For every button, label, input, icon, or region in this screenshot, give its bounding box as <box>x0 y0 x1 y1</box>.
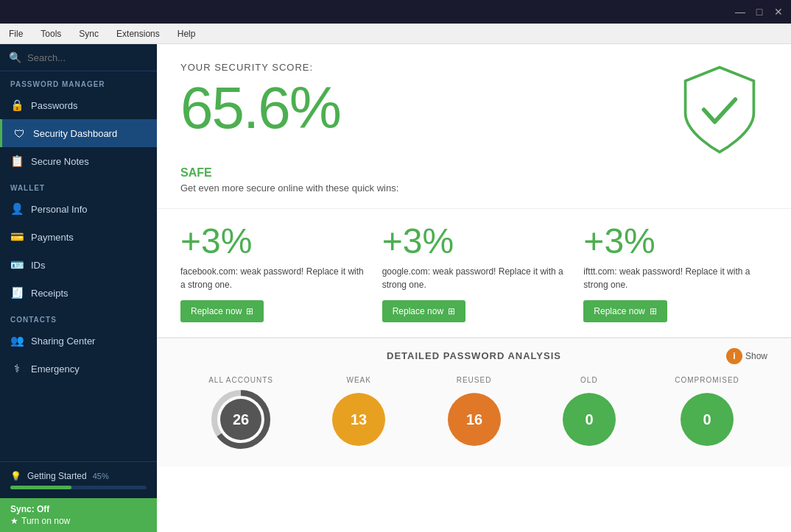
section-label-password-manager: PASSWORD MANAGER <box>0 71 157 91</box>
shield-graphic <box>672 62 767 157</box>
search-input[interactable] <box>27 52 148 63</box>
sidebar-item-passwords[interactable]: 🔒 Passwords <box>0 91 157 119</box>
person-icon: 👤 <box>10 202 24 216</box>
analysis-title: DETAILED PASSWORD ANALYSIS <box>387 350 561 361</box>
analysis-section: DETAILED PASSWORD ANALYSIS i Show ALL AC… <box>157 338 791 467</box>
quick-win-card-1: +3% google.com: weak password! Replace i… <box>382 224 566 322</box>
replace-icon-0: ⊞ <box>246 306 253 316</box>
sidebar-item-secure-notes-label: Secure Notes <box>31 156 89 167</box>
svg-text:0: 0 <box>585 411 593 428</box>
circle-weak-graphic: 13 <box>329 390 388 449</box>
sidebar-item-personal-info-label: Personal Info <box>31 204 88 215</box>
circle-reused-graphic: 16 <box>445 390 504 449</box>
sidebar-item-ids[interactable]: 🪪 IDs <box>0 251 157 279</box>
circle-old: OLD 0 <box>560 376 619 449</box>
svg-text:16: 16 <box>465 411 482 428</box>
note-icon: 📋 <box>10 155 24 168</box>
sidebar-item-passwords-label: Passwords <box>31 100 78 111</box>
group-icon: 👥 <box>10 334 24 347</box>
sidebar-bottom: 💡 Getting Started 45% <box>0 461 157 498</box>
circle-all-accounts: ALL ACCOUNTS 26 <box>208 376 273 449</box>
window-controls: — □ ✕ <box>734 5 785 18</box>
sidebar-item-receipts-label: Receipts <box>31 288 68 299</box>
score-value: 65.6% <box>180 79 340 138</box>
info-button[interactable]: i <box>726 348 742 364</box>
menu-help[interactable]: Help <box>175 27 199 40</box>
sync-turn-on-label: Turn on now <box>21 516 70 526</box>
replace-now-button-1[interactable]: Replace now ⊞ <box>382 300 465 322</box>
sidebar-item-payments[interactable]: 💳 Payments <box>0 223 157 251</box>
main-layout: 🔍 PASSWORD MANAGER 🔒 Passwords 🛡 Securit… <box>0 44 791 532</box>
show-link[interactable]: Show <box>745 351 767 361</box>
circle-reused: REUSED 16 <box>445 376 504 449</box>
circle-reused-label: REUSED <box>457 376 492 384</box>
emergency-icon: ⚕ <box>10 362 24 375</box>
sidebar-item-emergency-label: Emergency <box>31 363 80 375</box>
menu-extensions[interactable]: Extensions <box>113 27 163 40</box>
analysis-circles: ALL ACCOUNTS 26 WEAK <box>180 376 767 449</box>
card-icon: 💳 <box>10 230 24 244</box>
getting-started: 💡 Getting Started 45% <box>10 471 147 481</box>
sidebar-item-security-dashboard-label: Security Dashboard <box>33 128 117 139</box>
replace-now-button-2[interactable]: Replace now ⊞ <box>583 300 667 322</box>
analysis-header: DETAILED PASSWORD ANALYSIS i Show <box>180 350 767 361</box>
sidebar-item-sharing-center[interactable]: 👥 Sharing Center <box>0 327 157 355</box>
sidebar-item-ids-label: IDs <box>31 260 46 271</box>
id-icon: 🪪 <box>10 258 24 272</box>
lock-icon: 🔒 <box>10 99 24 112</box>
sidebar: 🔍 PASSWORD MANAGER 🔒 Passwords 🛡 Securit… <box>0 44 157 532</box>
replace-label-2: Replace now <box>594 306 644 316</box>
quick-win-pct-0: +3% <box>180 224 365 259</box>
circle-weak-label: WEAK <box>347 376 371 384</box>
maximize-button[interactable]: □ <box>753 5 766 18</box>
progress-bar-background <box>10 486 147 489</box>
minimize-button[interactable]: — <box>734 5 747 18</box>
sidebar-item-secure-notes[interactable]: 📋 Secure Notes <box>0 147 157 175</box>
star-icon: ★ <box>10 516 18 526</box>
replace-icon-2: ⊞ <box>650 306 657 316</box>
content-area: YOUR SECURITY SCORE: 65.6% SAFE Get even… <box>157 44 791 532</box>
section-label-contacts: CONTACTS <box>0 307 157 327</box>
sidebar-item-personal-info[interactable]: 👤 Personal Info <box>0 195 157 223</box>
status-description: Get even more secure online with these q… <box>180 182 767 194</box>
section-label-wallet: WALLET <box>0 175 157 195</box>
title-bar: — □ ✕ <box>0 0 791 24</box>
quick-wins-section: +3% facebook.com: weak password! Replace… <box>157 209 791 338</box>
quick-win-desc-0: facebook.com: weak password! Replace it … <box>180 265 365 291</box>
circle-compromised-label: COMPROMISED <box>675 376 739 384</box>
quick-win-pct-1: +3% <box>382 224 566 259</box>
lightbulb-icon: 💡 <box>10 471 21 481</box>
progress-bar-fill <box>10 486 71 489</box>
circle-old-label: OLD <box>580 376 598 384</box>
score-left: YOUR SECURITY SCORE: 65.6% <box>180 62 340 138</box>
circle-weak: WEAK 13 <box>329 376 388 449</box>
svg-text:26: 26 <box>233 411 249 428</box>
replace-now-button-0[interactable]: Replace now ⊞ <box>180 300 264 322</box>
circle-compromised: COMPROMISED 0 <box>675 376 739 449</box>
sidebar-item-security-dashboard[interactable]: 🛡 Security Dashboard <box>0 119 157 147</box>
sync-turn-on[interactable]: ★ Turn on now <box>10 516 147 526</box>
receipt-icon: 🧾 <box>10 286 24 299</box>
shield-icon: 🛡 <box>13 127 26 140</box>
circle-old-graphic: 0 <box>560 390 619 449</box>
sidebar-item-receipts[interactable]: 🧾 Receipts <box>0 279 157 307</box>
close-button[interactable]: ✕ <box>772 5 785 18</box>
menu-tools[interactable]: Tools <box>38 27 64 40</box>
circle-all-accounts-label: ALL ACCOUNTS <box>208 376 273 384</box>
sidebar-item-emergency[interactable]: ⚕ Emergency <box>0 355 157 383</box>
progress-label: 45% <box>93 472 109 480</box>
svg-text:0: 0 <box>703 411 711 428</box>
menu-file[interactable]: File <box>6 27 26 40</box>
menu-sync[interactable]: Sync <box>76 27 102 40</box>
search-box[interactable]: 🔍 <box>0 44 157 71</box>
analysis-controls: i Show <box>726 348 767 364</box>
sync-bar[interactable]: Sync: Off ★ Turn on now <box>0 498 157 532</box>
quick-win-card-2: +3% ifttt.com: weak password! Replace it… <box>583 224 767 322</box>
svg-text:13: 13 <box>351 411 367 428</box>
search-icon: 🔍 <box>9 52 21 63</box>
quick-win-desc-1: google.com: weak password! Replace it wi… <box>382 265 566 291</box>
circle-compromised-graphic: 0 <box>678 390 736 449</box>
score-section: YOUR SECURITY SCORE: 65.6% SAFE Get even… <box>157 44 791 209</box>
quick-win-card-0: +3% facebook.com: weak password! Replace… <box>180 224 365 322</box>
circle-all-accounts-graphic: 26 <box>211 390 270 449</box>
